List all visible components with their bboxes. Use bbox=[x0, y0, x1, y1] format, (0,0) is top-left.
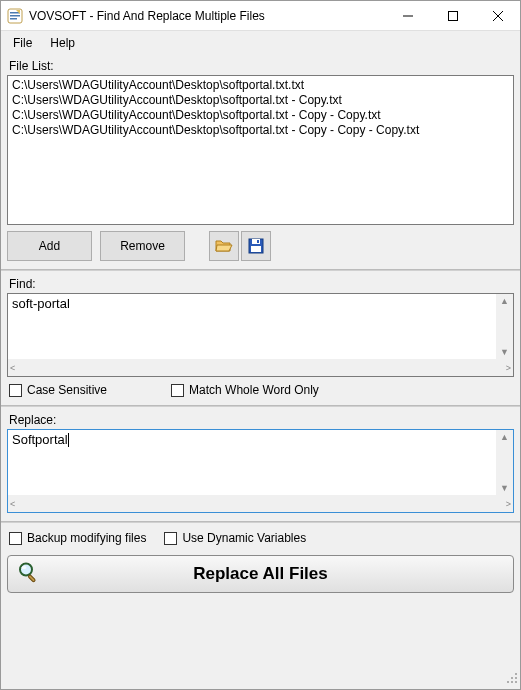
checkbox-icon bbox=[164, 532, 177, 545]
menu-help[interactable]: Help bbox=[42, 34, 83, 52]
svg-point-18 bbox=[507, 681, 509, 683]
filelist-label: File List: bbox=[7, 55, 514, 75]
find-label: Find: bbox=[7, 273, 514, 293]
replace-hscroll[interactable]: < > bbox=[8, 495, 513, 512]
add-button[interactable]: Add bbox=[7, 231, 92, 261]
replace-label: Replace: bbox=[7, 409, 514, 429]
svg-rect-11 bbox=[251, 246, 261, 252]
scroll-left-icon[interactable]: < bbox=[8, 361, 17, 375]
titlebar: VOVSOFT - Find And Replace Multiple File… bbox=[1, 1, 520, 31]
svg-point-16 bbox=[511, 677, 513, 679]
svg-rect-10 bbox=[257, 240, 259, 243]
window-title: VOVSOFT - Find And Replace Multiple File… bbox=[29, 9, 385, 23]
menu-file[interactable]: File bbox=[5, 34, 40, 52]
magnifier-icon bbox=[16, 560, 40, 589]
dynamic-vars-label: Use Dynamic Variables bbox=[182, 531, 306, 545]
replace-all-button[interactable]: Replace All Files bbox=[7, 555, 514, 593]
replace-all-label: Replace All Files bbox=[193, 564, 327, 584]
find-vscroll[interactable]: ▲ ▼ bbox=[496, 294, 513, 359]
replace-text[interactable]: Softportal bbox=[8, 430, 513, 490]
open-folder-button[interactable] bbox=[209, 231, 239, 261]
save-button[interactable] bbox=[241, 231, 271, 261]
svg-rect-3 bbox=[10, 18, 17, 20]
checkbox-icon bbox=[9, 384, 22, 397]
filelist-box[interactable]: C:\Users\WDAGUtilityAccount\Desktop\soft… bbox=[7, 75, 514, 225]
app-icon bbox=[7, 8, 23, 24]
dynamic-vars-checkbox[interactable]: Use Dynamic Variables bbox=[164, 531, 306, 545]
divider bbox=[1, 521, 520, 523]
filelist-item[interactable]: C:\Users\WDAGUtilityAccount\Desktop\soft… bbox=[12, 93, 509, 108]
svg-point-20 bbox=[515, 681, 517, 683]
svg-rect-2 bbox=[10, 15, 20, 17]
case-sensitive-label: Case Sensitive bbox=[27, 383, 107, 397]
svg-point-12 bbox=[20, 564, 32, 576]
find-text[interactable]: soft-portal bbox=[8, 294, 513, 354]
match-whole-label: Match Whole Word Only bbox=[189, 383, 319, 397]
replace-vscroll[interactable]: ▲ ▼ bbox=[496, 430, 513, 495]
resize-grip[interactable] bbox=[505, 671, 519, 688]
backup-label: Backup modifying files bbox=[27, 531, 146, 545]
case-sensitive-checkbox[interactable]: Case Sensitive bbox=[9, 383, 107, 397]
divider bbox=[1, 269, 520, 271]
close-button[interactable] bbox=[475, 1, 520, 31]
maximize-button[interactable] bbox=[430, 1, 475, 31]
menubar: File Help bbox=[1, 31, 520, 55]
text-caret bbox=[68, 433, 69, 447]
scroll-left-icon[interactable]: < bbox=[8, 497, 17, 511]
find-input[interactable]: soft-portal ▲ ▼ < > bbox=[7, 293, 514, 377]
scroll-down-icon[interactable]: ▼ bbox=[498, 345, 511, 359]
svg-point-15 bbox=[515, 673, 517, 675]
scroll-up-icon[interactable]: ▲ bbox=[498, 294, 511, 308]
svg-rect-5 bbox=[448, 11, 457, 20]
replace-input[interactable]: Softportal ▲ ▼ < > bbox=[7, 429, 514, 513]
scroll-up-icon[interactable]: ▲ bbox=[498, 430, 511, 444]
checkbox-icon bbox=[9, 532, 22, 545]
svg-point-13 bbox=[22, 566, 27, 569]
svg-rect-14 bbox=[28, 575, 36, 583]
filelist-item[interactable]: C:\Users\WDAGUtilityAccount\Desktop\soft… bbox=[12, 123, 509, 138]
minimize-button[interactable] bbox=[385, 1, 430, 31]
scroll-right-icon[interactable]: > bbox=[504, 497, 513, 511]
match-whole-checkbox[interactable]: Match Whole Word Only bbox=[171, 383, 319, 397]
remove-button[interactable]: Remove bbox=[100, 231, 185, 261]
filelist-item[interactable]: C:\Users\WDAGUtilityAccount\Desktop\soft… bbox=[12, 108, 509, 123]
filelist-buttons: Add Remove bbox=[7, 225, 514, 267]
divider bbox=[1, 405, 520, 407]
filelist-item[interactable]: C:\Users\WDAGUtilityAccount\Desktop\soft… bbox=[12, 78, 509, 93]
scroll-right-icon[interactable]: > bbox=[504, 361, 513, 375]
scroll-down-icon[interactable]: ▼ bbox=[498, 481, 511, 495]
svg-point-19 bbox=[511, 681, 513, 683]
svg-point-17 bbox=[515, 677, 517, 679]
checkbox-icon bbox=[171, 384, 184, 397]
backup-checkbox[interactable]: Backup modifying files bbox=[9, 531, 146, 545]
find-hscroll[interactable]: < > bbox=[8, 359, 513, 376]
